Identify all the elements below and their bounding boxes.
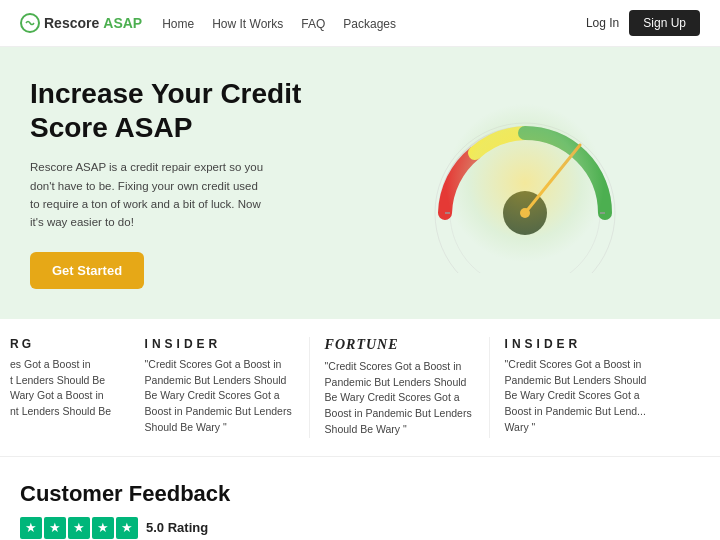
get-started-button[interactable]: Get Started bbox=[30, 252, 144, 289]
press-logo-1: FORTUNE bbox=[325, 337, 474, 353]
stars-row: ★ ★ ★ ★ ★ 5.0 Rating bbox=[20, 517, 700, 539]
logo-asap: ASAP bbox=[103, 15, 142, 31]
logo-icon bbox=[20, 13, 40, 33]
press-quote-partial: es Got a Boost int Lenders Should BeWary… bbox=[10, 357, 120, 420]
hero-right bbox=[360, 93, 690, 273]
nav-actions: Log In Sign Up bbox=[586, 10, 700, 36]
press-logo-2: INSIDER bbox=[505, 337, 655, 351]
press-logo-partial: rg bbox=[10, 337, 120, 351]
press-section: rg es Got a Boost int Lenders Should BeW… bbox=[0, 319, 720, 457]
logo-rescore: Rescore bbox=[44, 15, 99, 31]
hero-left: Increase Your Credit Score ASAP Rescore … bbox=[30, 77, 360, 289]
nav-links: Home How It Works FAQ Packages bbox=[162, 16, 396, 31]
press-item-1: FORTUNE "Credit Scores Got a Boost in Pa… bbox=[310, 337, 490, 438]
nav-how-it-works[interactable]: How It Works bbox=[212, 17, 283, 31]
press-item-0: INSIDER "Credit Scores Got a Boost in Pa… bbox=[130, 337, 310, 438]
star-3: ★ bbox=[68, 517, 90, 539]
press-item-2: INSIDER "Credit Scores Got a Boost in Pa… bbox=[490, 337, 670, 438]
navbar: RescoreASAP Home How It Works FAQ Packag… bbox=[0, 0, 720, 47]
press-quote-0: "Credit Scores Got a Boost in Pandemic B… bbox=[145, 357, 294, 436]
nav-packages[interactable]: Packages bbox=[343, 17, 396, 31]
rating-text: 5.0 Rating bbox=[146, 520, 208, 535]
press-quote-2: "Credit Scores Got a Boost in Pandemic B… bbox=[505, 357, 655, 436]
star-4: ★ bbox=[92, 517, 114, 539]
star-5: ★ bbox=[116, 517, 138, 539]
star-1: ★ bbox=[20, 517, 42, 539]
nav-home[interactable]: Home bbox=[162, 17, 194, 31]
login-button[interactable]: Log In bbox=[586, 16, 619, 30]
feedback-section: Customer Feedback ★ ★ ★ ★ ★ 5.0 Rating B… bbox=[0, 457, 720, 541]
press-item-partial: rg es Got a Boost int Lenders Should BeW… bbox=[0, 337, 130, 438]
hero-title: Increase Your Credit Score ASAP bbox=[30, 77, 360, 144]
nav-faq[interactable]: FAQ bbox=[301, 17, 325, 31]
gauge-glow bbox=[445, 103, 605, 263]
stars-container: ★ ★ ★ ★ ★ bbox=[20, 517, 138, 539]
press-logo-0: INSIDER bbox=[145, 337, 294, 351]
credit-gauge bbox=[395, 93, 655, 273]
hero-description: Rescore ASAP is a credit repair expert s… bbox=[30, 158, 270, 232]
press-quote-1: "Credit Scores Got a Boost in Pandemic B… bbox=[325, 359, 474, 438]
feedback-title: Customer Feedback bbox=[20, 481, 700, 507]
signup-button[interactable]: Sign Up bbox=[629, 10, 700, 36]
star-2: ★ bbox=[44, 517, 66, 539]
logo[interactable]: RescoreASAP bbox=[20, 13, 142, 33]
hero-section: Increase Your Credit Score ASAP Rescore … bbox=[0, 47, 720, 319]
